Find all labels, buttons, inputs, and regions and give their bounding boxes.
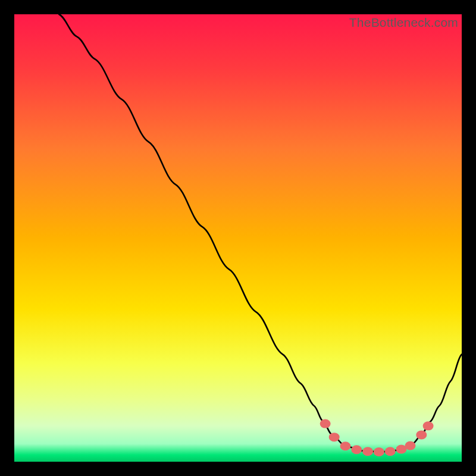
chart-frame: TheBottleneck.com [14,14,462,462]
marker-dot [374,447,384,456]
marker-dot [351,445,362,454]
marker-dot [362,447,373,456]
marker-dot [405,441,416,450]
plot-area: TheBottleneck.com [14,14,462,462]
bottleneck-curve [59,14,462,452]
optimal-range-markers [320,419,434,456]
marker-dot [320,419,331,428]
watermark-text: TheBottleneck.com [349,15,458,30]
marker-dot [423,421,434,430]
marker-dot [329,433,340,441]
marker-dot [416,430,427,439]
marker-dot [385,447,396,456]
curve-layer [14,14,462,462]
marker-dot [340,441,350,450]
